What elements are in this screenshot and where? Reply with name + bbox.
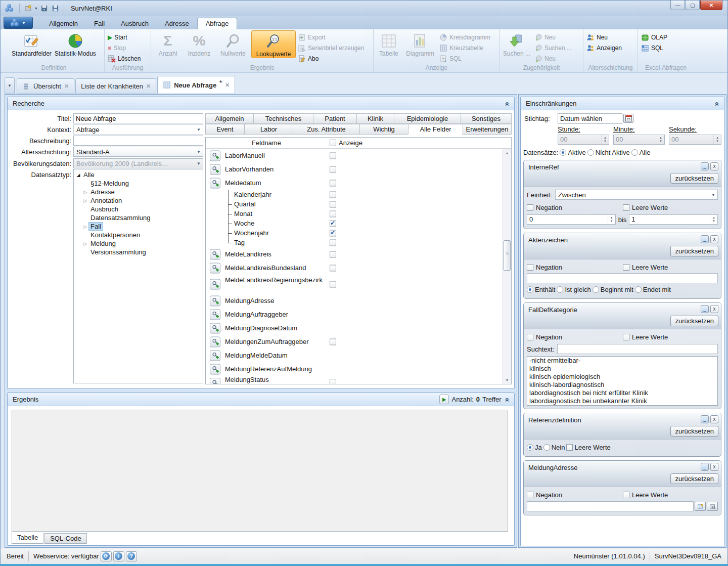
maximize-button[interactable]: ▢ [686, 1, 700, 10]
bis-spinner[interactable]: 1▲▼ [629, 214, 718, 225]
negation-label[interactable]: Negation [536, 204, 562, 211]
ja-label[interactable]: Ja [535, 444, 542, 451]
olap-button[interactable]: OLAP [639, 32, 693, 42]
negation-label[interactable]: Negation [536, 491, 562, 499]
falldef-option[interactable]: -nicht ermittelbar- [527, 357, 717, 365]
ribbon-tab-ausbruch[interactable]: Ausbruch [113, 18, 157, 29]
tab-neue-abfrage[interactable]: Neue Abfrage * ✕ [157, 76, 235, 94]
aktive-radio[interactable] [560, 149, 566, 156]
negation-checkbox[interactable] [527, 492, 533, 498]
anzeige-checkbox[interactable] [330, 239, 336, 246]
ist-gleich-radio[interactable] [557, 286, 563, 293]
tree-item[interactable]: Datensatzsammlung [74, 213, 203, 222]
anzeige-column-header[interactable]: Anzeige [339, 139, 362, 147]
minimize-box-button[interactable]: _ [701, 463, 709, 471]
zuruecksetzen-button[interactable]: zurücksetzen [670, 473, 718, 484]
zugehoerigkeit-suchen2-button[interactable]: Suchen ... [532, 42, 580, 53]
expander-icon[interactable]: ▷ [82, 190, 89, 195]
lookup-values-icon-button[interactable] [210, 279, 220, 290]
field-tab-labor[interactable]: Labor [245, 124, 293, 135]
nein-radio[interactable] [543, 444, 550, 451]
aktenzeichen-input[interactable] [527, 273, 718, 283]
negation-checkbox[interactable] [527, 264, 533, 271]
suchtext-input[interactable] [557, 344, 718, 354]
zuruecksetzen-button[interactable]: zurücksetzen [670, 173, 718, 184]
tree-root[interactable]: ◢ Alle [74, 170, 203, 179]
collapse-chevron-icon[interactable]: « [713, 102, 721, 105]
field-tab-zus-attribute[interactable]: Zus. Attribute [293, 124, 360, 135]
ribbon-tab-adresse[interactable]: Adresse [157, 18, 197, 29]
anzeige-checkbox[interactable] [330, 251, 336, 257]
close-box-button[interactable]: x [710, 463, 718, 471]
tree-item[interactable]: ▷Adresse [74, 188, 203, 196]
altersschichtung-neu-button[interactable]: Neu [584, 32, 636, 42]
expander-icon[interactable]: ◢ [75, 172, 82, 178]
field-name[interactable]: Quartal [234, 200, 336, 208]
scroll-up-icon[interactable]: ▲ [504, 149, 511, 157]
lookup-values-icon-button[interactable] [210, 178, 220, 188]
negation-checkbox[interactable] [527, 334, 533, 340]
field-name[interactable]: MeldungAdresse [225, 297, 327, 305]
close-box-button[interactable]: x [710, 305, 718, 313]
ist-gleich-label[interactable]: Ist gleich [565, 286, 590, 293]
lookup-values-icon-button[interactable] [210, 309, 220, 320]
nicht-aktive-label[interactable]: Nicht Aktive [596, 149, 630, 156]
vertical-scrollbar[interactable]: ▲ ▼ [503, 149, 511, 384]
meldung-adresse-input[interactable] [527, 501, 694, 511]
anzeige-checkbox[interactable] [330, 201, 336, 207]
zugehoerigkeit-suchen-button[interactable]: Suchen ... [501, 30, 532, 57]
run-query-button[interactable]: ▶ [439, 395, 449, 404]
export-button[interactable]: Export [296, 32, 372, 42]
expander-icon[interactable]: ▷ [82, 198, 89, 203]
nullwerte-button[interactable]: Nullwerte [215, 30, 251, 57]
leere-werte-label[interactable]: Leere Werte [574, 444, 610, 451]
tabelle-button[interactable]: Tabelle [375, 30, 403, 57]
field-tab-epidemiologie[interactable]: Epidemiologie [394, 113, 461, 124]
minimize-box-button[interactable]: _ [701, 162, 709, 170]
field-tab-klinik[interactable]: Klinik [357, 113, 394, 124]
result-tab-sql-code[interactable]: SQL-Code [44, 533, 86, 544]
lookup-values-icon-button[interactable] [210, 364, 220, 374]
tab-close-icon[interactable]: ✕ [64, 83, 69, 90]
field-tab-event[interactable]: Event [205, 124, 245, 135]
quick-access-dropdown-icon[interactable]: ▼ [34, 7, 38, 10]
lookup-values-icon-button[interactable] [210, 164, 220, 175]
tab-close-icon[interactable]: ✕ [225, 82, 230, 89]
search-address-icon[interactable] [707, 502, 718, 511]
falldef-option[interactable]: klinisch [527, 365, 717, 373]
close-button[interactable]: ✕ [700, 1, 722, 10]
start-button[interactable]: ▶ Start [106, 32, 150, 42]
kreisdiagramm-button[interactable]: Kreisdiagramm [437, 32, 497, 42]
nicht-aktive-radio[interactable] [587, 149, 594, 156]
leere-werte-checkbox[interactable] [623, 334, 629, 340]
endet-mit-label[interactable]: Endet mit [643, 286, 671, 293]
minimize-box-button[interactable]: _ [701, 235, 709, 243]
minimize-button[interactable]: — [670, 1, 685, 10]
refresh-icon[interactable]: ⟳ [101, 551, 112, 561]
altersschichtung-anzeigen-button[interactable]: Anzeigen [584, 42, 636, 53]
excel-sql-button[interactable]: SQL [639, 42, 693, 53]
anzahl-button[interactable]: Σ Anzahl [152, 30, 184, 57]
negation-checkbox[interactable] [527, 204, 533, 211]
kontext-select[interactable]: Abfrage ▼ [73, 124, 203, 135]
leere-werte-checkbox[interactable] [623, 264, 629, 271]
alle-label[interactable]: Alle [640, 149, 651, 156]
field-name[interactable]: MeldeLandkreisBundesland [225, 264, 327, 272]
tree-item[interactable]: ▷Annotation [74, 196, 203, 205]
leere-werte-checkbox[interactable] [623, 492, 629, 498]
field-name[interactable]: Woche [234, 220, 336, 228]
application-menu-button[interactable]: ▼ [4, 17, 33, 29]
anzeige-sql-button[interactable]: SQL [437, 53, 497, 64]
feinheit-select[interactable]: Zwischen ▼ [555, 190, 718, 200]
standardfelder-button[interactable]: Standardfelder [12, 30, 52, 57]
anzeige-checkbox[interactable] [330, 166, 336, 172]
loeschen-button[interactable]: Löschen [106, 53, 150, 64]
tab-uebersicht[interactable]: Übersicht ✕ [17, 78, 74, 94]
leere-werte-label[interactable]: Leere Werte [632, 491, 668, 499]
field-tab-technisches[interactable]: Technisches [254, 113, 313, 124]
beschreibung-input[interactable] [73, 136, 203, 146]
anzeige-checkbox[interactable] [330, 152, 336, 159]
field-name[interactable]: MeldungenZumAuftraggeber [225, 338, 327, 346]
beginnt-mit-radio[interactable] [593, 286, 599, 293]
inzidenz-button[interactable]: % Inzidenz [184, 30, 215, 57]
